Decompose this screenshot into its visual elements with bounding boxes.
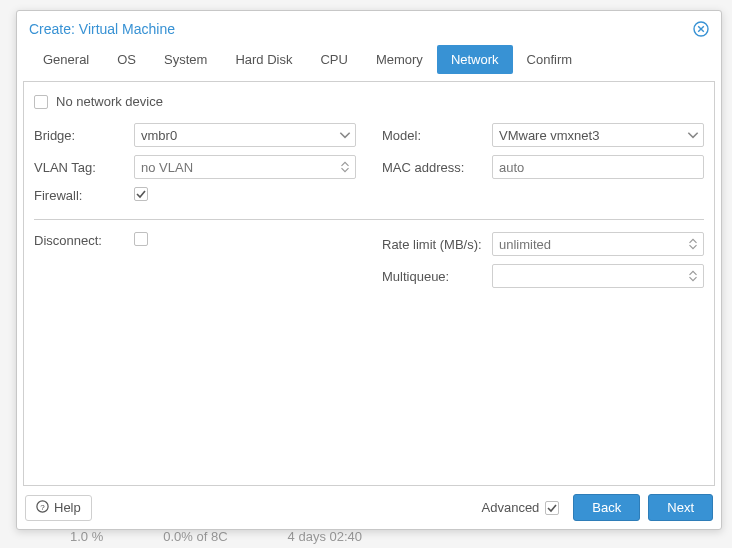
- bg-cpu: 1.0 %: [70, 529, 103, 544]
- divider: [34, 219, 704, 220]
- create-vm-dialog: Create: Virtual Machine General OS Syste…: [16, 10, 722, 530]
- tab-cpu[interactable]: CPU: [306, 45, 361, 74]
- tab-os[interactable]: OS: [103, 45, 150, 74]
- rate-input[interactable]: [492, 232, 704, 256]
- no-network-row: No network device: [34, 94, 704, 109]
- bg-cores: 0.0% of 8C: [163, 529, 227, 544]
- form-grid-advanced: Disconnect: Rate limit (MB/s):: [34, 232, 704, 296]
- disconnect-label: Disconnect:: [34, 233, 134, 248]
- advanced-label: Advanced: [482, 500, 540, 515]
- dialog-title: Create: Virtual Machine: [29, 21, 175, 37]
- help-label: Help: [54, 500, 81, 515]
- form-grid-top: Bridge: VLAN Tag: Firewall:: [34, 123, 704, 211]
- multiqueue-label: Multiqueue:: [382, 269, 492, 284]
- mac-label: MAC address:: [382, 160, 492, 175]
- tab-system[interactable]: System: [150, 45, 221, 74]
- bridge-label: Bridge:: [34, 128, 134, 143]
- vlan-input[interactable]: [134, 155, 356, 179]
- tab-confirm[interactable]: Confirm: [513, 45, 587, 74]
- bridge-select[interactable]: [134, 123, 356, 147]
- model-select[interactable]: [492, 123, 704, 147]
- background-status: 1.0 % 0.0% of 8C 4 days 02:40: [70, 529, 362, 544]
- bg-uptime: 4 days 02:40: [288, 529, 362, 544]
- network-panel: No network device Bridge: VLAN Tag:: [23, 81, 715, 486]
- firewall-label: Firewall:: [34, 188, 134, 203]
- tab-hard-disk[interactable]: Hard Disk: [221, 45, 306, 74]
- help-button[interactable]: ? Help: [25, 495, 92, 521]
- close-icon[interactable]: [693, 21, 709, 37]
- footer-right: Advanced Back Next: [482, 494, 713, 521]
- tab-network[interactable]: Network: [437, 45, 513, 74]
- tab-general[interactable]: General: [29, 45, 103, 74]
- multiqueue-input[interactable]: [492, 264, 704, 288]
- model-label: Model:: [382, 128, 492, 143]
- firewall-checkbox[interactable]: [134, 187, 148, 201]
- svg-text:?: ?: [40, 502, 45, 511]
- dialog-footer: ? Help Advanced Back Next: [17, 486, 721, 529]
- rate-label: Rate limit (MB/s):: [382, 237, 492, 252]
- no-network-label: No network device: [56, 94, 163, 109]
- vlan-label: VLAN Tag:: [34, 160, 134, 175]
- tab-memory[interactable]: Memory: [362, 45, 437, 74]
- no-network-checkbox[interactable]: [34, 95, 48, 109]
- dialog-header: Create: Virtual Machine: [17, 11, 721, 45]
- advanced-toggle: Advanced: [482, 500, 560, 515]
- mac-input[interactable]: [492, 155, 704, 179]
- back-button[interactable]: Back: [573, 494, 640, 521]
- wizard-tabs: General OS System Hard Disk CPU Memory N…: [17, 45, 721, 75]
- next-button[interactable]: Next: [648, 494, 713, 521]
- help-icon: ?: [36, 500, 49, 516]
- advanced-checkbox[interactable]: [545, 501, 559, 515]
- disconnect-checkbox[interactable]: [134, 232, 148, 246]
